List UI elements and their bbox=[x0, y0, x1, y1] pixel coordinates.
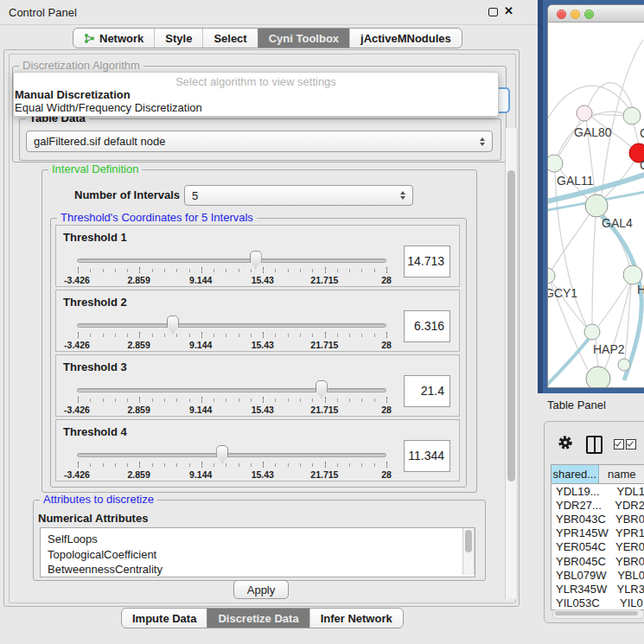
network-node[interactable] bbox=[623, 107, 641, 124]
table-row[interactable]: YBL079WYBL0 bbox=[552, 568, 644, 582]
slider-track[interactable] bbox=[77, 323, 386, 328]
network-node[interactable] bbox=[577, 105, 592, 121]
tab-impute-data[interactable]: Impute Data bbox=[122, 609, 207, 628]
column-header-name[interactable]: name bbox=[599, 465, 644, 483]
network-node[interactable] bbox=[586, 367, 610, 387]
network-node[interactable] bbox=[548, 268, 555, 284]
slider-thumb[interactable] bbox=[250, 251, 262, 269]
threshold-2-slider[interactable]: -3.426 2.859 9.144 15.43 21.715 28 bbox=[77, 313, 386, 349]
numerical-attributes-heading: Numerical Attributes bbox=[38, 512, 148, 525]
threshold-2-value-input[interactable]: 6.316 bbox=[404, 310, 450, 342]
list-item-selfloops[interactable]: SelfLoops bbox=[41, 532, 475, 547]
list-item-betweennesscentrality[interactable]: BetweennessCentrality bbox=[41, 562, 475, 577]
close-icon[interactable]: ✕ bbox=[504, 4, 513, 17]
table-header-row: shared... name bbox=[552, 465, 644, 484]
network-icon bbox=[84, 33, 95, 44]
network-node[interactable] bbox=[623, 265, 642, 284]
network-node[interactable] bbox=[548, 155, 563, 172]
tick-label: -3.426 bbox=[64, 340, 90, 350]
cell: YLR345W bbox=[552, 583, 613, 596]
threshold-4-slider[interactable]: -3.426 2.859 9.144 15.43 21.715 28 bbox=[77, 443, 386, 479]
checkbox-icon-2[interactable] bbox=[626, 439, 636, 450]
table-row[interactable]: YER054CYER0 bbox=[552, 540, 644, 554]
tab-network[interactable]: Network bbox=[73, 29, 154, 48]
columns-icon[interactable] bbox=[586, 436, 603, 454]
tab-jactivemnodules[interactable]: jActiveMNodules bbox=[349, 29, 462, 48]
slider-thumb[interactable] bbox=[216, 445, 228, 463]
tab-cyni-toolbox-label: Cyni Toolbox bbox=[269, 32, 339, 45]
tick-label: 21.715 bbox=[310, 275, 338, 285]
cell: YPR1 bbox=[612, 526, 644, 539]
column-header-shared-name[interactable]: shared... bbox=[552, 465, 599, 483]
tick-label: -3.426 bbox=[64, 275, 90, 285]
cell: YBL079W bbox=[552, 569, 614, 582]
cell: YIL0 bbox=[616, 596, 643, 607]
tick-label: 9.144 bbox=[189, 405, 212, 415]
slider-minor-ticks bbox=[78, 399, 387, 402]
list-item-topologicalcoefficient[interactable]: TopologicalCoefficient bbox=[41, 547, 475, 563]
dropdown-option-manual[interactable]: Manual Discretization bbox=[15, 88, 131, 101]
table-row[interactable]: YPR145WYPR1 bbox=[552, 526, 644, 540]
cell: YER054C bbox=[552, 540, 612, 553]
tab-style[interactable]: Style bbox=[154, 29, 202, 48]
dropdown-option-equal-width[interactable]: Equal Width/Frequency Discretization bbox=[15, 101, 202, 114]
number-of-intervals-spinner[interactable]: 5 bbox=[184, 185, 413, 206]
table-row[interactable]: YIL053CYIL0 bbox=[552, 596, 644, 608]
tab-discretize-data[interactable]: Discretize Data bbox=[207, 609, 309, 628]
main-scrollbar-thumb[interactable] bbox=[507, 170, 515, 481]
threshold-4-value-input[interactable]: 11.344 bbox=[404, 440, 450, 472]
table-data-combobox[interactable]: galFiltered.sif default node bbox=[26, 131, 493, 152]
tab-network-label: Network bbox=[99, 32, 143, 45]
table-horizontal-scrollbar[interactable] bbox=[552, 609, 644, 619]
main-scrollbar[interactable] bbox=[505, 128, 518, 599]
tab-infer-network[interactable]: Infer Network bbox=[309, 609, 403, 628]
threshold-3-value-input[interactable]: 21.4 bbox=[404, 375, 450, 407]
slider-thumb[interactable] bbox=[167, 316, 179, 334]
attributes-list-scrollbar-thumb[interactable] bbox=[465, 530, 472, 552]
threshold-1-value-input[interactable]: 14.713 bbox=[404, 245, 450, 277]
cell: YDR2 bbox=[611, 499, 644, 512]
network-node[interactable] bbox=[585, 194, 608, 217]
thresholds-group-title: Threshold's Coordinates for 5 Intervals bbox=[57, 212, 257, 224]
checkbox-icon-1[interactable] bbox=[614, 439, 624, 450]
node-label-cut-ga: GA bbox=[640, 126, 644, 140]
attributes-list-scrollbar[interactable] bbox=[462, 528, 475, 575]
gear-icon[interactable] bbox=[558, 435, 573, 450]
network-canvas[interactable]: GAL80 GAL11 GAL4 GCY1 HAP2 GA C H bbox=[548, 22, 644, 387]
table-horizontal-scrollbar-thumb[interactable] bbox=[555, 611, 638, 615]
apply-button[interactable]: Apply bbox=[233, 580, 289, 599]
network-node[interactable] bbox=[584, 324, 600, 340]
cell: YLR3 bbox=[613, 583, 644, 596]
slider-track[interactable] bbox=[77, 258, 386, 263]
zoom-traffic-light[interactable] bbox=[584, 10, 594, 19]
tab-style-label: Style bbox=[165, 32, 192, 45]
threshold-2-label: Threshold 2 bbox=[63, 296, 127, 309]
screen: Control Panel ✕ Network Style Select Cyn… bbox=[0, 0, 644, 644]
threshold-3-label: Threshold 3 bbox=[63, 360, 127, 373]
node-label-gal80: GAL80 bbox=[574, 125, 612, 139]
network-node[interactable] bbox=[618, 359, 630, 371]
threshold-3-slider[interactable]: -3.426 2.859 9.144 15.43 21.715 28 bbox=[77, 378, 386, 414]
tick-label: 21.715 bbox=[310, 469, 338, 480]
tab-cyni-toolbox[interactable]: Cyni Toolbox bbox=[258, 29, 349, 48]
minimize-traffic-light[interactable] bbox=[571, 10, 580, 19]
table-row[interactable]: YBR045CYBR0 bbox=[552, 554, 644, 568]
control-panel-titlebar bbox=[0, 0, 538, 25]
float-window-icon[interactable] bbox=[488, 8, 498, 16]
slider-thumb[interactable] bbox=[316, 380, 328, 399]
slider-track[interactable] bbox=[77, 388, 386, 392]
table-row[interactable]: YDL19...YDL1 bbox=[552, 484, 644, 498]
tab-select[interactable]: Select bbox=[202, 29, 257, 48]
tick-label: 28 bbox=[381, 405, 392, 415]
threshold-panel-1: Threshold 1 -3.426 2.859 9.144 15.43 21.… bbox=[55, 225, 460, 287]
network-window: GAL80 GAL11 GAL4 GCY1 HAP2 GA C H bbox=[547, 4, 644, 388]
cell: YBR0 bbox=[612, 555, 644, 568]
threshold-1-slider[interactable]: -3.426 2.859 9.144 15.43 21.715 28 bbox=[77, 248, 386, 284]
table-row[interactable]: YDR27...YDR2 bbox=[552, 498, 644, 512]
cell: YBR045C bbox=[552, 555, 612, 568]
slider-track[interactable] bbox=[77, 453, 386, 457]
close-traffic-light[interactable] bbox=[557, 10, 566, 19]
table-row[interactable]: YLR345WYLR3 bbox=[552, 582, 644, 596]
table-row[interactable]: YBR043CYBR0 bbox=[552, 512, 644, 526]
network-window-titlebar[interactable] bbox=[548, 5, 644, 22]
